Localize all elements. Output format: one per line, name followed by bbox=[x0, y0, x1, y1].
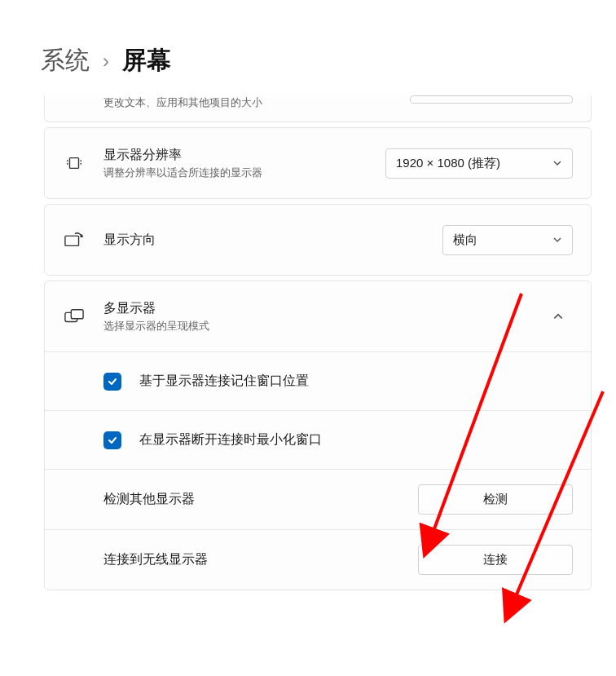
detect-button[interactable]: 检测 bbox=[418, 484, 573, 515]
resolution-value: 1920 × 1080 (推荐) bbox=[396, 156, 500, 171]
setting-orientation-title: 显示方向 bbox=[103, 232, 425, 249]
svg-rect-0 bbox=[70, 158, 79, 169]
wireless-display-row: 连接到无线显示器 连接 bbox=[45, 529, 591, 590]
connect-button[interactable]: 连接 bbox=[418, 545, 573, 575]
detect-display-label: 检测其他显示器 bbox=[103, 491, 400, 508]
setting-multidisplay-card: 多显示器 选择显示器的呈现模式 基于显示器连接记住窗口位置 在显示器断开连接时 bbox=[44, 281, 592, 590]
orientation-icon bbox=[63, 231, 86, 249]
scale-dropdown[interactable] bbox=[410, 95, 573, 104]
breadcrumb-current: 屏幕 bbox=[122, 44, 171, 77]
collapse-button[interactable] bbox=[543, 302, 573, 331]
setting-resolution-subtitle: 调整分辨率以适合所连接的显示器 bbox=[103, 166, 367, 180]
svg-rect-1 bbox=[65, 236, 79, 245]
setting-orientation-card: 显示方向 横向 bbox=[44, 204, 592, 276]
setting-resolution-title: 显示器分辨率 bbox=[103, 147, 367, 164]
orientation-dropdown[interactable]: 横向 bbox=[442, 225, 573, 255]
resolution-icon bbox=[63, 154, 86, 172]
resolution-dropdown[interactable]: 1920 × 1080 (推荐) bbox=[385, 148, 573, 179]
check-icon bbox=[107, 376, 118, 387]
checkbox-row-minimize-on-disconnect[interactable]: 在显示器断开连接时最小化窗口 bbox=[45, 410, 591, 469]
checkbox-minimize-on-disconnect[interactable] bbox=[103, 431, 121, 449]
orientation-value: 横向 bbox=[453, 232, 477, 248]
check-icon bbox=[107, 435, 118, 446]
setting-scale-card: 更改文本、应用和其他项目的大小 bbox=[44, 95, 592, 122]
breadcrumb-parent[interactable]: 系统 bbox=[41, 44, 90, 77]
setting-multidisplay-subtitle: 选择显示器的呈现模式 bbox=[103, 319, 526, 334]
multidisplay-icon bbox=[63, 308, 86, 325]
setting-resolution-card: 显示器分辨率 调整分辨率以适合所连接的显示器 1920 × 1080 (推荐) bbox=[44, 127, 592, 199]
chevron-down-icon bbox=[552, 235, 562, 245]
checkbox-row-remember-position[interactable]: 基于显示器连接记住窗口位置 bbox=[45, 351, 591, 410]
chevron-right-icon: › bbox=[103, 50, 109, 73]
svg-rect-3 bbox=[71, 310, 83, 319]
checkbox-remember-position-label: 基于显示器连接记住窗口位置 bbox=[139, 373, 309, 390]
chevron-down-icon bbox=[552, 158, 562, 168]
setting-multidisplay-title: 多显示器 bbox=[103, 300, 526, 317]
chevron-up-icon bbox=[552, 311, 564, 322]
detect-display-row: 检测其他显示器 检测 bbox=[45, 469, 591, 529]
checkbox-minimize-on-disconnect-label: 在显示器断开连接时最小化窗口 bbox=[139, 431, 322, 448]
wireless-display-label: 连接到无线显示器 bbox=[103, 551, 400, 568]
breadcrumb: 系统 › 屏幕 bbox=[0, 0, 616, 100]
checkbox-remember-position[interactable] bbox=[103, 373, 121, 391]
setting-scale-subtitle: 更改文本、应用和其他项目的大小 bbox=[103, 95, 392, 110]
